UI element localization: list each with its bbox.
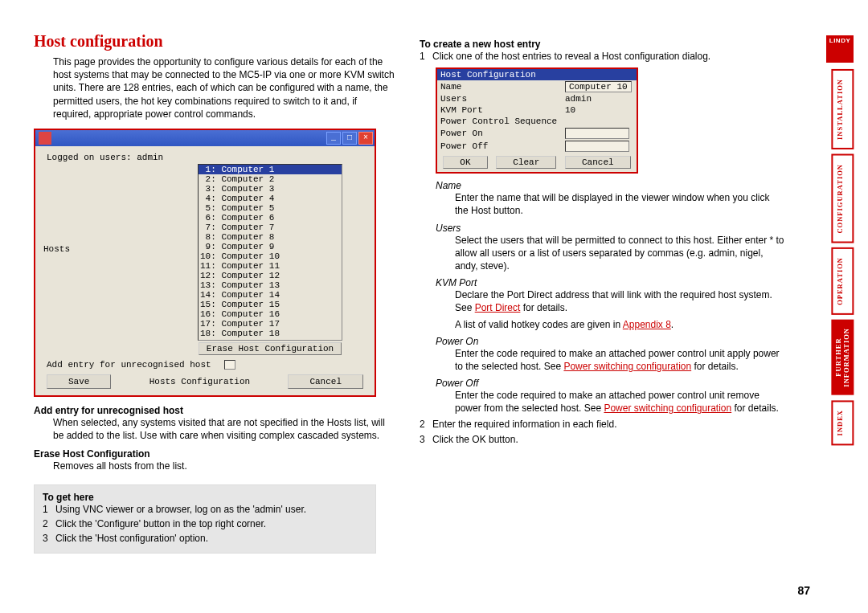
gethere-step: 2Click the 'Configure' button in the top… (43, 517, 367, 530)
to-get-here-heading: To get here (43, 492, 367, 503)
field-label-power-seq: Power Control Sequence (440, 116, 557, 126)
help-power-off-body: Enter the code required to make an attac… (455, 389, 785, 415)
power-switching-link-2[interactable]: Power switching configuration (604, 403, 731, 414)
hosts-list-item[interactable]: 12: Computer 12 (199, 271, 342, 280)
add-entry-label: Add entry for unrecognised host (47, 360, 211, 370)
help-name-body: Enter the name that will be displayed in… (455, 191, 785, 217)
hosts-list-item[interactable]: 10: Computer 10 (199, 251, 342, 261)
help-kvm-body-2: A list of valid hotkey codes are given i… (455, 318, 785, 331)
help-kvm-label: KVM Port (436, 277, 785, 288)
dialog-title: Host Configuration (437, 69, 637, 80)
erase-body: Removes all hosts from the list. (53, 460, 395, 472)
appendix-8-link[interactable]: Appendix 8 (623, 319, 671, 330)
add-entry-checkbox[interactable] (224, 360, 235, 370)
hosts-config-label: Hosts Configuration (149, 377, 250, 386)
help-power-off-label: Power Off (436, 378, 785, 389)
hosts-list-item[interactable]: 11: Computer 11 (199, 261, 342, 271)
cancel-dialog-button[interactable]: Cancel (565, 156, 631, 169)
help-users-body: Select the users that will be permitted … (455, 234, 785, 273)
app-icon (39, 132, 51, 145)
port-direct-link[interactable]: Port Direct (475, 302, 521, 313)
close-icon[interactable]: × (358, 132, 373, 145)
hosts-list-item[interactable]: 16: Computer 16 (199, 309, 342, 319)
power-switching-link-1[interactable]: Power switching configuration (563, 361, 691, 372)
help-name-label: Name (436, 180, 785, 191)
add-entry-heading: Add entry for unrecognised host (34, 405, 395, 416)
nav-tab-operation[interactable]: OPERATION (831, 247, 854, 315)
nav-tab-configuration[interactable]: CONFIGURATION (831, 154, 854, 243)
save-button[interactable]: Save (47, 374, 111, 389)
help-power-on-label: Power On (436, 336, 785, 347)
gethere-step: 1Using VNC viewer or a browser, log on a… (43, 503, 367, 516)
window-titlebar: _ □ × (35, 130, 375, 146)
hosts-list-item[interactable]: 13: Computer 13 (199, 280, 342, 290)
field-label-users: Users (440, 94, 565, 104)
hosts-list-item[interactable]: 17: Computer 17 (199, 319, 342, 329)
hosts-label: Hosts (43, 164, 132, 254)
gethere-step: 3Click the 'Host configuration' option. (43, 532, 367, 545)
create-host-heading: To create a new host entry (420, 39, 785, 50)
hosts-list-item[interactable]: 15: Computer 15 (199, 300, 342, 309)
hosts-list-item[interactable]: 7: Computer 7 (199, 223, 342, 232)
logged-users-label: Logged on users: admin (47, 153, 366, 162)
cancel-button[interactable]: Cancel (288, 374, 363, 389)
hosts-list-item[interactable]: 2: Computer 2 (199, 174, 342, 184)
help-kvm-body: Declare the Port Direct address that wil… (455, 288, 785, 314)
to-get-here-box: To get here 1Using VNC viewer or a brows… (34, 484, 376, 554)
hosts-listbox[interactable]: 1: Computer 1 2: Computer 2 3: Computer … (198, 164, 342, 341)
nav-tab-further-information[interactable]: FURTHERINFORMATION (831, 320, 854, 395)
create-step-3: 3Click the OK button. (420, 433, 785, 446)
field-label-power-off: Power Off (440, 141, 565, 151)
hosts-list-item[interactable]: 1: Computer 1 (199, 165, 342, 174)
lindy-logo: LINDY (826, 35, 854, 63)
help-users-label: Users (436, 223, 785, 234)
hosts-list-item[interactable]: 18: Computer 18 (199, 329, 342, 338)
users-value: admin (565, 94, 592, 104)
hosts-list-item[interactable]: 4: Computer 4 (199, 194, 342, 203)
create-step-1: 1Click one of the host entries to reveal… (420, 50, 785, 63)
hosts-list-item[interactable]: 3: Computer 3 (199, 184, 342, 194)
hosts-window: _ □ × Logged on users: admin Hosts 1: Co… (34, 129, 376, 397)
add-entry-body: When selected, any systems visited that … (53, 416, 395, 442)
side-navigation: INSTALLATION CONFIGURATION OPERATION FUR… (831, 69, 854, 445)
power-off-input[interactable] (565, 141, 629, 152)
page-title: Host configuration (34, 32, 395, 51)
intro-paragraph: This page provides the opportunity to co… (53, 55, 395, 121)
to-get-here-steps: 1Using VNC viewer or a browser, log on a… (43, 503, 367, 546)
hosts-list-item[interactable]: 8: Computer 8 (199, 232, 342, 242)
field-label-power-on: Power On (440, 129, 565, 138)
host-config-dialog: Host Configuration Name Computer 10 User… (436, 67, 638, 174)
hosts-list-item[interactable]: 5: Computer 5 (199, 203, 342, 213)
kvm-value: 10 (565, 105, 575, 115)
name-input[interactable]: Computer 10 (565, 81, 632, 92)
create-step-2: 2Enter the required information in each … (420, 418, 785, 431)
help-power-on-body: Enter the code required to make an attac… (455, 347, 785, 373)
erase-host-config-button[interactable]: Erase Host Configuration (199, 342, 342, 355)
hosts-list-item[interactable]: 6: Computer 6 (199, 213, 342, 223)
field-label-kvm: KVM Port (440, 105, 565, 115)
field-label-name: Name (440, 82, 565, 92)
hosts-list-item[interactable]: 9: Computer 9 (199, 242, 342, 251)
ok-button[interactable]: OK (443, 156, 487, 169)
nav-tab-index[interactable]: INDEX (831, 400, 854, 445)
erase-heading: Erase Host Configuration (34, 448, 395, 460)
maximize-icon[interactable]: □ (342, 132, 357, 145)
clear-button[interactable]: Clear (496, 156, 556, 169)
minimize-icon[interactable]: _ (326, 132, 341, 145)
hosts-list-item[interactable]: 14: Computer 14 (199, 290, 342, 300)
nav-tab-installation[interactable]: INSTALLATION (831, 69, 854, 149)
power-on-input[interactable] (565, 128, 629, 139)
page-number: 87 (797, 584, 810, 597)
